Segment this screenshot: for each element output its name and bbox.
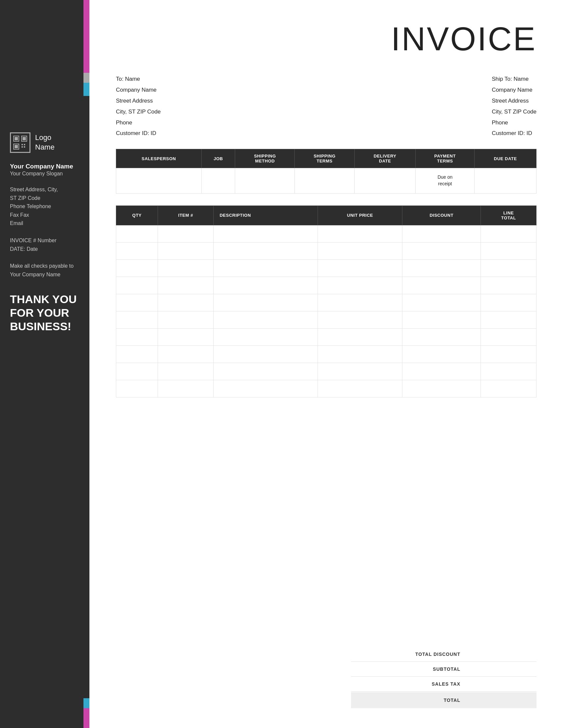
item-row [116, 363, 537, 380]
company-slogan: Your Company Slogan [0, 171, 89, 185]
item-cell-1-4 [402, 242, 481, 259]
total-discount-row: TOTAL DISCOUNT [351, 647, 537, 662]
item-row [116, 380, 537, 397]
col-unit-price: UNIT PRICE [318, 205, 402, 225]
accent-mid2 [83, 83, 89, 96]
item-cell-5-5 [481, 311, 537, 328]
subtotal-label: SUBTOTAL [384, 666, 470, 672]
item-cell-8-4 [402, 363, 481, 380]
item-cell-5-3 [318, 311, 402, 328]
tax-row: SALES TAX [351, 677, 537, 692]
item-cell-3-2 [213, 277, 318, 294]
item-cell-2-5 [481, 259, 537, 277]
ship-street: Street Address [492, 96, 537, 106]
item-cell-4-0 [116, 294, 158, 311]
col-job: JOB [201, 149, 235, 168]
bill-to-label: To: Name [116, 74, 161, 84]
col-due-date: DUE DATE [474, 149, 536, 168]
item-cell-2-3 [318, 259, 402, 277]
ship-to-col: Ship To: Name Company Name Street Addres… [492, 74, 537, 138]
item-cell-1-0 [116, 242, 158, 259]
item-row [116, 259, 537, 277]
ship-customer: Customer ID: ID [492, 129, 537, 138]
item-cell-4-1 [158, 294, 213, 311]
ship-to-label: Ship To: Name [492, 74, 537, 84]
item-cell-5-1 [158, 311, 213, 328]
sidebar: Logo Name Your Company Name Your Company… [0, 0, 89, 728]
address-line4: Fax Fax [10, 212, 29, 218]
info-table: SALESPERSON JOB SHIPPINGMETHOD SHIPPINGT… [116, 149, 537, 193]
subtotal-row: SUBTOTAL [351, 662, 537, 677]
val-due-date [474, 168, 536, 193]
invoice-date: DATE: Date [10, 246, 38, 252]
item-cell-1-2 [213, 242, 318, 259]
item-cell-4-5 [481, 294, 537, 311]
col-discount: DISCOUNT [402, 205, 481, 225]
item-cell-3-3 [318, 277, 402, 294]
val-job [201, 168, 235, 193]
total-discount-label: TOTAL DISCOUNT [384, 652, 470, 657]
item-cell-3-0 [116, 277, 158, 294]
address-line3: Phone Telephone [10, 204, 51, 209]
bill-customer: Customer ID: ID [116, 129, 161, 138]
svg-rect-1 [15, 137, 18, 140]
item-cell-6-4 [402, 328, 481, 345]
item-cell-0-5 [481, 225, 537, 242]
item-cell-2-1 [158, 259, 213, 277]
accent-mid [83, 73, 89, 83]
col-salesperson: SALESPERSON [116, 149, 202, 168]
item-cell-0-1 [158, 225, 213, 242]
val-shipping-terms [295, 168, 354, 193]
val-salesperson [116, 168, 202, 193]
item-cell-8-3 [318, 363, 402, 380]
item-cell-9-1 [158, 380, 213, 397]
item-cell-9-5 [481, 380, 537, 397]
item-row [116, 294, 537, 311]
item-cell-4-4 [402, 294, 481, 311]
accent-top [83, 0, 89, 73]
invoice-title: INVOICE [116, 20, 537, 58]
item-cell-9-2 [213, 380, 318, 397]
svg-rect-6 [22, 144, 23, 145]
address-line2: ST ZIP Code [10, 195, 40, 201]
item-row [116, 311, 537, 328]
val-delivery-date [354, 168, 416, 193]
item-cell-6-5 [481, 328, 537, 345]
item-cell-7-0 [116, 345, 158, 363]
bill-street: Street Address [116, 96, 161, 106]
main-content: INVOICE To: Name Company Name Street Add… [89, 0, 563, 728]
item-cell-6-2 [213, 328, 318, 345]
address-line5: Email [10, 220, 23, 226]
item-cell-3-5 [481, 277, 537, 294]
totals-section: TOTAL DISCOUNT SUBTOTAL SALES TAX TOTAL [116, 634, 537, 708]
item-cell-8-1 [158, 363, 213, 380]
ship-city: City, ST ZIP Code [492, 107, 537, 117]
val-payment-terms: Due onreceipt [416, 168, 475, 193]
logo-area: Logo Name [0, 126, 89, 159]
item-cell-9-3 [318, 380, 402, 397]
bill-city: City, ST ZIP Code [116, 107, 161, 117]
val-shipping-method [235, 168, 295, 193]
item-row [116, 225, 537, 242]
ship-company: Company Name [492, 85, 537, 95]
item-cell-2-2 [213, 259, 318, 277]
item-cell-0-4 [402, 225, 481, 242]
item-cell-1-3 [318, 242, 402, 259]
svg-rect-7 [24, 144, 25, 145]
item-cell-2-0 [116, 259, 158, 277]
item-cell-0-0 [116, 225, 158, 242]
item-row [116, 242, 537, 259]
bill-company: Company Name [116, 85, 161, 95]
col-description: DESCRIPTION [213, 205, 318, 225]
col-item-num: ITEM # [158, 205, 213, 225]
item-cell-8-0 [116, 363, 158, 380]
item-cell-5-0 [116, 311, 158, 328]
item-cell-9-4 [402, 380, 481, 397]
svg-rect-8 [22, 146, 23, 148]
item-cell-3-1 [158, 277, 213, 294]
items-table: QTY ITEM # DESCRIPTION UNIT PRICE DISCOU… [116, 205, 537, 397]
item-cell-7-1 [158, 345, 213, 363]
svg-rect-3 [23, 137, 26, 140]
tax-label: SALES TAX [384, 681, 470, 687]
ship-phone: Phone [492, 118, 537, 128]
